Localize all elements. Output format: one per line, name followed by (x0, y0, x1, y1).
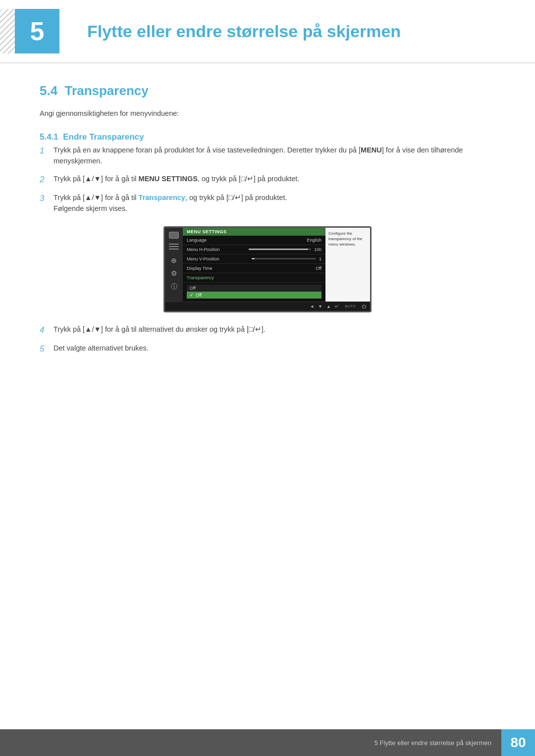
menu-header: MENU SETTINGS (183, 228, 325, 236)
step-5: 5 Det valgte alternativet brukes. (40, 343, 495, 355)
page-number: 80 (501, 729, 535, 756)
menu-value-vposition: 1 (319, 256, 321, 261)
menu-row-hposition: Menu H-Position 100 (183, 245, 325, 254)
vposition-track (252, 258, 317, 259)
bottom-btn-power: ⏻ (362, 304, 366, 309)
hposition-fill (249, 249, 308, 250)
menu-row-language: Language English (183, 236, 325, 245)
step-number-4: 4 (40, 324, 54, 337)
hposition-track (249, 249, 311, 250)
step-number-1: 1 (40, 145, 54, 157)
menu-value-displaytime: Off (316, 266, 321, 271)
dropdown-option-selected: ✓Off (187, 292, 321, 299)
intro-text: Angi gjennomsiktigheten for menyvinduene… (40, 109, 495, 117)
vposition-fill (252, 258, 255, 259)
bottom-btn-down: ▼ (318, 304, 322, 309)
menu-row-displaytime: Display Time Off (183, 264, 325, 273)
diagonal-stripe (0, 9, 15, 53)
chapter-number: 5 (15, 9, 59, 53)
bottom-btn-auto: AUTO (345, 304, 356, 308)
section-title: 5.4 Transparency (40, 83, 495, 99)
menu-label-vposition: Menu V-Position (187, 256, 252, 261)
subsection-title: 5.4.1 Endre Transparency (40, 132, 495, 142)
step-number-5: 5 (40, 343, 54, 355)
chapter-header: 5 Flytte eller endre størrelse på skjerm… (0, 0, 535, 63)
menu-label-displaytime: Display Time (187, 266, 316, 271)
main-content: 5.4 Transparency Angi gjennomsiktigheten… (0, 63, 535, 412)
step-2: 2 Trykk på [▲/▼] for å gå til MENU SETTI… (40, 174, 495, 186)
step-text-1: Trykk på en av knappene foran på produkt… (54, 145, 495, 167)
bottom-btn-enter: ↵ (335, 304, 339, 309)
monitor-screenshot: ⊕ ⚙ ⓘ MENU SETTINGS Language English (40, 226, 495, 312)
step-text-2: Trykk på [▲/▼] for å gå til MENU SETTING… (54, 174, 495, 185)
lines-icon (169, 244, 179, 252)
menu-label-hposition: Menu H-Position (187, 247, 249, 252)
arrow-icon: ⊕ (171, 256, 177, 264)
menu-row-vposition: Menu V-Position 1 (183, 254, 325, 264)
menu-panel: MENU SETTINGS Language English Menu H-Po… (183, 228, 325, 302)
step-text-4: Trykk på [▲/▼] for å gå til alternativet… (54, 324, 495, 335)
menu-items: Language English Menu H-Position 10 (183, 236, 325, 302)
monitor-bottom-bar: ◄ ▼ ▲ ↵ AUTO ⏻ (165, 302, 370, 311)
menu-label-language: Language (187, 238, 307, 243)
info-panel: Configure the transparency of the menu w… (325, 228, 370, 302)
step-1: 1 Trykk på en av knappene foran på produ… (40, 145, 495, 167)
gear-icon: ⚙ (171, 269, 177, 277)
menu-value-language: English (307, 238, 321, 243)
checkmark-icon: ✓ (190, 293, 194, 298)
monitor-icon (169, 232, 179, 239)
step-number-3: 3 (40, 192, 54, 205)
bottom-btn-left: ◄ (310, 304, 314, 309)
dropdown-option-off: Off (187, 285, 321, 292)
step-3: 3 Trykk på [▲/▼] for å gå til Transparen… (40, 193, 495, 214)
steps-list-2: 4 Trykk på [▲/▼] for å gå til alternativ… (40, 324, 495, 355)
monitor-inner: ⊕ ⚙ ⓘ MENU SETTINGS Language English (165, 228, 370, 302)
icon-sidebar: ⊕ ⚙ ⓘ (165, 228, 183, 302)
footer-text: 5 Flytte eller endre størrelse på skjerm… (0, 739, 501, 747)
chapter-title: Flytte eller endre størrelse på skjermen (87, 22, 401, 41)
menu-row-transparency: Transparency (183, 273, 325, 283)
menu-label-transparency: Transparency (187, 275, 321, 280)
hposition-bar (249, 249, 311, 250)
step-4: 4 Trykk på [▲/▼] for å gå til alternativ… (40, 324, 495, 337)
info-panel-text: Configure the transparency of the menu w… (328, 231, 362, 247)
dropdown-area: Off ✓Off (183, 283, 325, 302)
page-footer: 5 Flytte eller endre størrelse på skjerm… (0, 729, 535, 756)
monitor-screen: ⊕ ⚙ ⓘ MENU SETTINGS Language English (163, 226, 372, 312)
step-text-3: Trykk på [▲/▼] for å gå til Transparency… (54, 193, 495, 214)
info-icon: ⓘ (171, 282, 177, 291)
step-text-5: Det valgte alternativet brukes. (54, 343, 495, 354)
steps-list: 1 Trykk på en av knappene foran på produ… (40, 145, 495, 214)
vposition-bar (252, 258, 317, 259)
bottom-btn-up: ▲ (326, 304, 331, 309)
step-number-2: 2 (40, 173, 54, 186)
menu-value-hposition: 100 (314, 247, 321, 252)
chapter-number-area: 5 (0, 9, 73, 53)
